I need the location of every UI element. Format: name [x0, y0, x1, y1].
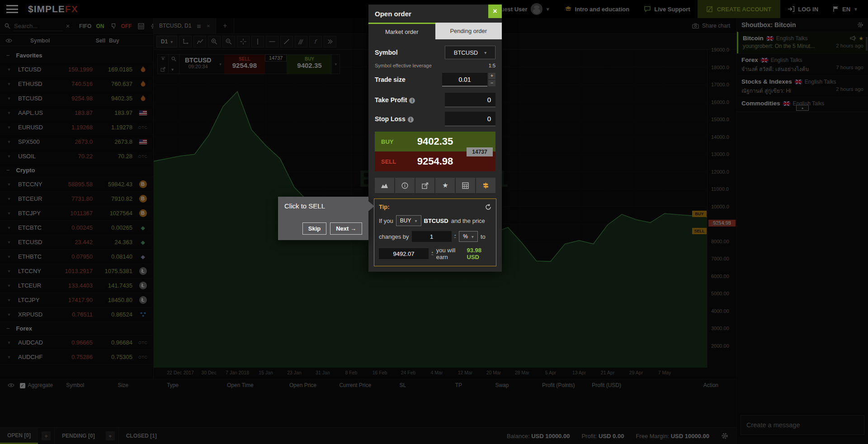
modal-header: Open order × — [368, 5, 502, 23]
skip-button[interactable]: Skip — [302, 222, 326, 235]
tip-earn-text: you will earn — [436, 247, 464, 260]
app-screen: $IMPLEFX Guest User ▼ Intro and educatio… — [0, 0, 868, 444]
spread-badge: 14737 — [467, 147, 493, 156]
chevron-down-icon: ▾ — [484, 50, 486, 55]
buy-button[interactable]: BUY 9402.35 14737 — [375, 132, 495, 151]
instrument-info-button[interactable] — [395, 178, 415, 193]
buy-price-value: 9402.35 — [375, 136, 495, 147]
open-external-button[interactable] — [415, 178, 435, 193]
favorite-button[interactable]: ★ — [435, 178, 455, 193]
tip-changes-by: changes by — [379, 233, 409, 240]
tip-title: Tip: — [379, 203, 390, 210]
tab-pending-order[interactable]: Pending order — [435, 23, 502, 39]
signpost-icon — [482, 182, 489, 189]
tip-earn-value: 93.98 USD — [467, 247, 491, 260]
open-order-modal: Open order × Market order Pending order … — [368, 5, 502, 272]
tip-side-select[interactable]: BUY▾ — [396, 215, 421, 226]
modal-title: Open order — [375, 10, 411, 18]
tip-box: Tip: If you BUY▾ BTCUSD and the price ch… — [374, 198, 496, 266]
trade-size-input[interactable] — [442, 73, 487, 86]
order-type-tabs: Market order Pending order — [368, 23, 502, 39]
tutorial-text: Click to SELL — [284, 202, 362, 210]
tip-and-price: and the price — [451, 217, 485, 224]
tip-if-you: If you — [379, 217, 393, 224]
decrease-size-button[interactable]: − — [488, 80, 495, 86]
info-icon[interactable]: i — [408, 117, 414, 123]
symbol-select[interactable]: BTCUSD ▾ — [445, 46, 495, 59]
leverage-value: 1:5 — [489, 63, 495, 68]
close-icon[interactable]: × — [488, 5, 502, 18]
refresh-icon[interactable] — [485, 204, 491, 210]
tip-symbol: BTCUSD — [424, 217, 448, 224]
tip-change-stepper[interactable]: +− — [454, 234, 457, 239]
star-icon: ★ — [442, 181, 448, 189]
symbol-label: Symbol — [375, 49, 398, 56]
take-profit-label: Take Profiti — [375, 96, 415, 104]
increase-size-button[interactable]: + — [488, 73, 495, 79]
stop-loss-label: Stop Lossi — [375, 115, 414, 123]
calculator-icon — [462, 182, 469, 189]
tab-market-order[interactable]: Market order — [368, 23, 435, 39]
calculator-button[interactable] — [456, 178, 475, 193]
take-profit-input[interactable]: 0 — [445, 93, 495, 107]
symbol-value: BTCUSD — [454, 49, 478, 56]
tip-unit-select[interactable]: %▾ — [459, 231, 478, 242]
modal-icon-row: ★ — [375, 178, 495, 193]
info-icon[interactable]: i — [409, 98, 415, 104]
tip-to: to — [481, 233, 486, 240]
tip-change-input[interactable] — [412, 231, 452, 242]
external-link-icon — [422, 182, 429, 189]
info-icon — [401, 182, 408, 189]
tip-price-stepper[interactable]: +− — [431, 251, 434, 256]
sell-price-value: 9254.98 — [375, 156, 495, 167]
next-button[interactable]: Next → — [330, 222, 362, 235]
trade-size-label: Trade size — [375, 76, 406, 83]
area-chart-icon — [381, 183, 388, 189]
leverage-label: Symbol effective leverage — [375, 63, 432, 68]
signals-button[interactable] — [476, 178, 495, 193]
stop-loss-input[interactable]: 0 — [445, 112, 495, 126]
chart-view-button[interactable] — [375, 178, 394, 193]
tutorial-tooltip: Click to SELL Skip Next → — [278, 197, 368, 240]
tip-target-price-input[interactable] — [379, 248, 429, 259]
